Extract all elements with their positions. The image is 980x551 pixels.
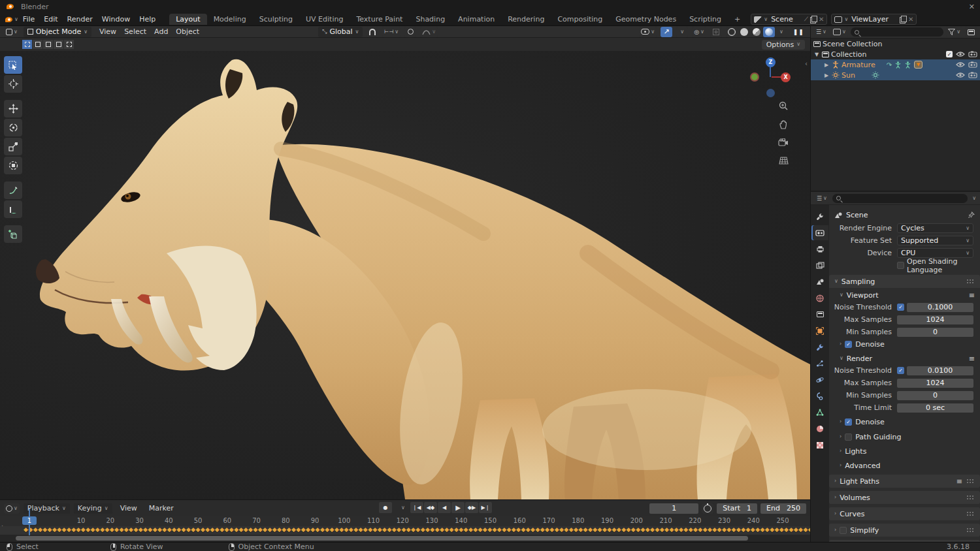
axis-z-ball[interactable]: Z — [766, 57, 776, 67]
scene-collection-label[interactable]: Scene Collection — [823, 40, 882, 48]
tab-tool[interactable] — [811, 209, 828, 224]
viewport-menu[interactable]: View — [95, 27, 120, 36]
navigation-gizmo[interactable]: Z X — [750, 57, 792, 99]
tab-world[interactable] — [811, 291, 828, 306]
panel-grip[interactable] — [966, 495, 975, 500]
presets-icon[interactable]: ≡ — [969, 354, 975, 363]
viewport-menu[interactable]: Select — [120, 27, 150, 36]
tool-scale[interactable] — [4, 138, 22, 155]
hide-eye-icon[interactable] — [956, 72, 965, 78]
shading-solid-button[interactable] — [738, 27, 750, 37]
keyframe-track[interactable]: ◆◆◆◆◆◆◆◆◆◆◆◆◆◆◆◆◆◆◆◆◆◆◆◆◆◆◆◆◆◆◆◆◆◆◆◆◆◆◆◆… — [0, 526, 810, 535]
workspace-tab[interactable]: + — [728, 14, 747, 25]
outliner-filter-id-dropdown[interactable]: ∨ — [831, 27, 848, 37]
tool-cursor[interactable] — [4, 75, 22, 93]
topbar-menu[interactable]: Edit — [39, 15, 62, 24]
min-samples-field[interactable]: 0 — [897, 391, 973, 400]
scene-selector[interactable]: ∨ Scene ⟋ ✕ — [751, 14, 827, 25]
tab-texture[interactable] — [811, 437, 828, 452]
tool-select-box[interactable] — [4, 56, 22, 74]
scene-name[interactable]: Scene — [770, 15, 802, 24]
panel-grip[interactable] — [966, 479, 975, 484]
tab-material[interactable] — [811, 421, 828, 436]
panel-grip[interactable] — [966, 279, 975, 284]
tab-object[interactable] — [811, 323, 828, 338]
osl-checkbox[interactable] — [897, 262, 904, 269]
armature-disclosure[interactable]: ▶ — [823, 62, 830, 68]
volumes-panel[interactable]: › Volumes — [829, 491, 980, 504]
workspace-tab[interactable]: Shading — [409, 14, 451, 25]
tab-physics[interactable] — [811, 372, 828, 387]
presets-icon[interactable]: ≡ — [969, 291, 975, 300]
timeline-scrollbar[interactable] — [0, 535, 810, 542]
mode-dropdown[interactable]: Object Mode ∨ — [24, 27, 91, 37]
workspace-tab[interactable]: Rendering — [501, 14, 551, 25]
zoom-button[interactable] — [777, 100, 789, 112]
preview-range-button[interactable] — [702, 503, 713, 514]
xray-toggle-button[interactable] — [710, 27, 722, 37]
workspace-tab[interactable]: Compositing — [551, 14, 609, 25]
snap-toggle-button[interactable] — [367, 27, 378, 37]
properties-editor-type-button[interactable]: ☰∨ — [815, 193, 829, 204]
overlays-dropdown[interactable]: ◎∨ — [692, 27, 706, 37]
topbar-menu[interactable]: Render — [63, 15, 97, 24]
shading-wireframe-button[interactable] — [726, 27, 738, 37]
outliner-row-armature[interactable]: ▶ Armature ↷ ▼ — [811, 59, 980, 70]
outliner-row-sun[interactable]: ▶ Sun — [811, 70, 980, 80]
workspace-tab[interactable]: Animation — [451, 14, 501, 25]
start-frame-field[interactable]: Start 1 — [717, 503, 757, 514]
snap-settings-dropdown[interactable]: ⊢⊣ ∨ — [382, 27, 400, 37]
sun-label[interactable]: Sun — [841, 71, 855, 80]
collection-disclosure[interactable]: ▼ — [813, 52, 820, 57]
collection-label[interactable]: Collection — [831, 50, 866, 59]
tool-measure[interactable] — [4, 200, 22, 218]
camera-view-button[interactable] — [777, 136, 789, 148]
keying-menu[interactable]: Keying∨ — [74, 503, 112, 514]
viewlayer-selector[interactable]: ∨ ViewLayer ✕ — [831, 14, 917, 25]
editor-type-button[interactable]: ∨ — [4, 27, 20, 37]
outliner-row-scene-collection[interactable]: Scene Collection — [811, 39, 980, 49]
select-extend-button[interactable] — [33, 40, 42, 49]
jump-to-start-button[interactable]: ❘◀ — [410, 502, 423, 513]
panel-grip[interactable] — [966, 527, 975, 533]
tab-constraints[interactable] — [811, 388, 828, 403]
hide-eye-icon[interactable] — [956, 61, 965, 68]
tool-transform[interactable] — [4, 157, 22, 174]
properties-search-input[interactable] — [832, 194, 968, 203]
shading-material-button[interactable] — [751, 27, 762, 37]
simplify-panel[interactable]: › Simplify — [829, 524, 980, 537]
armature-label[interactable]: Armature — [841, 61, 875, 69]
render-camera-icon[interactable] — [968, 72, 977, 78]
sun-disclosure[interactable]: ▶ — [823, 72, 830, 78]
path-guiding-checkbox[interactable] — [845, 433, 852, 441]
min-samples-field[interactable]: 0 — [897, 328, 973, 337]
tab-collection-props[interactable] — [811, 307, 828, 322]
workspace-tab[interactable]: Scripting — [683, 14, 728, 25]
gizmo-toggle-button[interactable]: ↗ — [661, 27, 672, 37]
window-close-button[interactable]: ✕ — [969, 3, 975, 11]
sidebar-collapse-arrow[interactable]: ‹ — [805, 60, 808, 67]
pan-hand-button[interactable] — [777, 118, 789, 130]
tool-rotate[interactable] — [4, 119, 22, 136]
remove-viewlayer-icon[interactable]: ✕ — [908, 16, 913, 23]
noise-threshold-checkbox[interactable]: ✓ — [897, 367, 904, 374]
axis-y-ball[interactable] — [750, 72, 759, 82]
max-samples-field[interactable]: 1024 — [897, 315, 973, 324]
shading-rendered-button[interactable] — [763, 27, 775, 37]
render-camera-icon[interactable] — [968, 51, 977, 57]
outliner-search-input[interactable] — [851, 27, 943, 37]
outliner-filter-dropdown[interactable]: ∨ — [946, 27, 962, 37]
view-menu[interactable]: View — [116, 504, 141, 512]
axis-x-ball[interactable]: X — [781, 72, 791, 82]
curves-panel[interactable]: › Curves — [829, 507, 980, 520]
noise-threshold-field[interactable]: 0.1000 — [907, 303, 973, 312]
light-paths-panel[interactable]: › Light Paths ≡ — [829, 475, 980, 488]
viewport-menu[interactable]: Add — [150, 27, 172, 36]
current-frame-field[interactable]: 1 — [649, 503, 698, 514]
feature-set-dropdown[interactable]: Supported∨ — [897, 236, 973, 245]
unlink-scene-icon[interactable]: ✕ — [819, 16, 824, 23]
select-set-button[interactable] — [22, 40, 32, 49]
pin-icon[interactable] — [968, 212, 975, 219]
tab-object-data[interactable] — [811, 405, 828, 420]
sampling-render-subheader[interactable]: ∨ Render ≡ — [829, 353, 980, 364]
